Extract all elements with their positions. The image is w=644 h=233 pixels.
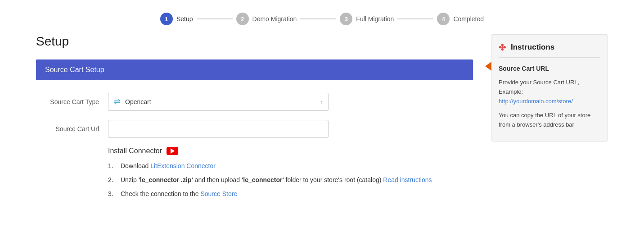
- instructions-arrow: [485, 62, 491, 71]
- step-circle-3: 3: [340, 13, 352, 25]
- step-line-3: [397, 18, 433, 19]
- install-step-2: 2. Unzip 'le_connector .zip' and then up…: [108, 175, 473, 185]
- instructions-help-icon: ✤: [499, 42, 506, 53]
- step-circle-2: 2: [236, 13, 249, 25]
- install-connector-title: Install Connector: [108, 147, 473, 155]
- step1-prefix: Download: [121, 162, 150, 169]
- step-label-completed: Completed: [453, 15, 484, 23]
- instructions-para1-text: Provide your Source Cart URL, Example:: [499, 79, 579, 95]
- install-step-1: 1. Download LitExtension Connector: [108, 161, 473, 171]
- step-demo: 2 Demo Migration: [236, 13, 297, 25]
- instructions-title: Instructions: [511, 43, 554, 52]
- step2-bold2: 'le_connector': [242, 176, 284, 183]
- install-step-3: 3. Check the connection to the Source St…: [108, 189, 473, 199]
- source-cart-type-label: Source Cart Type: [36, 98, 99, 105]
- instructions-header: ✤ Instructions: [499, 42, 600, 58]
- step-full: 3 Full Migration: [340, 13, 394, 25]
- main-layout: Setup Source Cart Setup Source Cart Type…: [0, 34, 644, 203]
- source-store-link[interactable]: Source Store: [200, 190, 237, 197]
- step2-bold1: 'le_connector .zip': [139, 176, 193, 183]
- step-label-demo: Demo Migration: [252, 15, 297, 23]
- stepper: 1 Setup 2 Demo Migration 3 Full Migratio…: [0, 0, 644, 34]
- install-connector-section: Install Connector 1. Download LitExtensi…: [36, 147, 473, 199]
- source-cart-type-select[interactable]: ⇌ Opencart ›: [108, 93, 329, 111]
- chevron-right-icon: ›: [320, 98, 323, 105]
- instructions-body: Source Cart URL Provide your Source Cart…: [499, 64, 600, 129]
- source-cart-url-group: Source Cart Url: [36, 120, 473, 138]
- source-cart-url-input[interactable]: [108, 120, 329, 138]
- source-cart-url-label: Source Cart Url: [36, 125, 99, 132]
- instructions-example-link[interactable]: http://yourdomain.com/store/: [499, 98, 573, 105]
- page-container: 1 Setup 2 Demo Migration 3 Full Migratio…: [0, 0, 644, 233]
- cart-type-name: Opencart: [125, 98, 151, 105]
- step-label-full: Full Migration: [356, 15, 394, 23]
- step-setup: 1 Setup: [160, 13, 193, 25]
- read-instructions-link[interactable]: Read instructions: [383, 176, 432, 183]
- litextension-connector-link[interactable]: LitExtension Connector: [150, 162, 216, 169]
- youtube-icon[interactable]: [167, 147, 178, 155]
- youtube-play-icon: [171, 148, 175, 154]
- instructions-section-title: Source Cart URL: [499, 64, 600, 73]
- install-steps-list: 1. Download LitExtension Connector 2. Un…: [108, 161, 473, 199]
- step-label-setup: Setup: [176, 15, 193, 23]
- source-cart-type-group: Source Cart Type ⇌ Opencart ›: [36, 93, 473, 111]
- step-circle-4: 4: [437, 13, 450, 25]
- step-completed: 4 Completed: [437, 13, 484, 25]
- section-header: Source Cart Setup: [36, 59, 473, 80]
- step-line-2: [300, 18, 336, 19]
- left-content: Setup Source Cart Setup Source Cart Type…: [36, 34, 473, 203]
- instructions-para2: You can copy the URL of your store from …: [499, 111, 600, 130]
- install-connector-label: Install Connector: [108, 147, 162, 155]
- step-line-1: [197, 18, 233, 19]
- step-circle-1: 1: [160, 13, 173, 25]
- page-title: Setup: [36, 34, 473, 49]
- instructions-panel: ✤ Instructions Source Cart URL Provide y…: [491, 34, 608, 142]
- cart-icon: ⇌: [114, 97, 121, 107]
- cart-type-inner: ⇌ Opencart: [114, 97, 151, 107]
- instructions-para1: Provide your Source Cart URL, Example: h…: [499, 78, 600, 106]
